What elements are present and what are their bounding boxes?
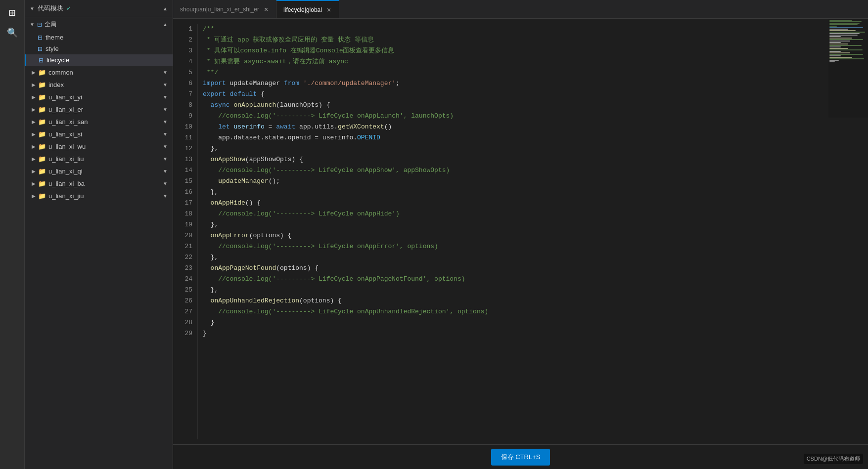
line-number: 26 xyxy=(178,296,192,306)
index-toggle-icon: ▼ xyxy=(163,82,168,87)
u-er-toggle-icon: ▼ xyxy=(163,107,168,112)
tab-label-shouquan: shouquan|u_lian_xi_er_shi_er xyxy=(180,6,259,13)
code-line: //console.log('---------> LifeCycle onAp… xyxy=(203,165,858,176)
u-si-toggle-icon: ▼ xyxy=(163,131,168,137)
code-token xyxy=(203,297,211,304)
code-line: * 具体可以console.info 在编辑器Console面板查看更多信息 xyxy=(203,45,858,56)
code-token xyxy=(203,123,218,130)
code-line: app.dataset.state.openid = userinfo.OPEN… xyxy=(203,132,858,143)
file-item-lifecycle[interactable]: ⊟ lifecycle xyxy=(25,54,173,66)
code-token: (options) { xyxy=(276,264,319,272)
u-liu-chevron-icon: ▶ xyxy=(32,156,36,162)
line-number: 12 xyxy=(178,143,192,154)
line-number: 24 xyxy=(178,274,192,285)
folder-item-u-lian-xi-yi[interactable]: ▶ 📁 u_lian_xi_yi ▼ xyxy=(25,91,173,103)
u-qi-chevron-icon: ▶ xyxy=(32,169,36,174)
code-token: } xyxy=(203,330,207,337)
folder-item-common[interactable]: ▶ 📁 common + ▼ xyxy=(25,66,173,79)
code-lines[interactable]: /** * 可通过 app 获取或修改全局应用的 变量 状态 等信息 * 具体可… xyxy=(203,24,868,439)
file-label-theme: theme xyxy=(46,34,63,41)
files-icon-btn[interactable]: ⊞ xyxy=(3,4,21,22)
line-number: 19 xyxy=(178,219,192,230)
folder-item-u-lian-xi-wu[interactable]: ▶ 📁 u_lian_xi_wu ▼ xyxy=(25,140,173,153)
code-token: } xyxy=(203,319,214,326)
code-token: }, xyxy=(203,254,218,261)
search-icon-btn[interactable]: 🔍 xyxy=(3,24,21,42)
line-number: 25 xyxy=(178,285,192,296)
file-item-theme[interactable]: ⊟ theme xyxy=(25,32,173,43)
watermark: CSDN@低代码布道师 xyxy=(804,454,863,464)
u-liu-toggle-icon: ▼ xyxy=(163,156,168,162)
folder-label-u-san: u_lian_xi_san xyxy=(48,118,88,126)
editor-scroll[interactable]: 1234567891011121314151617181920212223242… xyxy=(173,19,868,444)
code-line: }, xyxy=(203,285,858,296)
folder-item-u-lian-xi-san[interactable]: ▶ 📁 u_lian_xi_san ▼ xyxy=(25,116,173,128)
save-button[interactable]: 保存 CTRL+S xyxy=(491,449,550,466)
file-item-style[interactable]: ⊟ style xyxy=(25,43,173,54)
folder-label-u-qi: u_lian_xi_qi xyxy=(48,168,83,175)
code-token xyxy=(203,177,218,185)
folder-item-u-lian-xi-ba[interactable]: ▶ 📁 u_lian_xi_ba ▼ xyxy=(25,177,173,190)
folder-label-u-yi: u_lian_xi_yi xyxy=(48,93,82,101)
code-line: onAppShow(appShowOpts) { xyxy=(203,154,858,165)
u-wu-toggle-icon: ▼ xyxy=(163,144,168,149)
code-token: userinfo xyxy=(233,123,268,130)
line-number: 4 xyxy=(178,56,192,67)
code-token: (); xyxy=(269,177,280,185)
code-line: export default { xyxy=(203,89,858,100)
folder-icon-u-qi: 📁 xyxy=(38,168,46,175)
code-token: * 可通过 app 获取或修改全局应用的 变量 状态 等信息 xyxy=(203,36,374,43)
tab-close-lifecycle[interactable]: × xyxy=(326,5,332,14)
folder-item-u-lian-xi-si[interactable]: ▶ 📁 u_lian_xi_si ▼ xyxy=(25,128,173,140)
folder-label-u-liu: u_lian_xi_liu xyxy=(48,155,84,163)
code-token: **/ xyxy=(203,69,218,76)
code-line: onAppHide() { xyxy=(203,198,858,209)
folder-item-u-lian-xi-er[interactable]: ▶ 📁 u_lian_xi_er ▼ xyxy=(25,103,173,116)
sidebar-title: 代码模块 xyxy=(38,4,63,13)
code-line: }, xyxy=(203,252,858,263)
global-toggle-icon: ▲ xyxy=(163,22,168,27)
folder-item-u-lian-xi-qi[interactable]: ▶ 📁 u_lian_xi_qi ▼ xyxy=(25,165,173,177)
code-token xyxy=(203,264,211,272)
folder-item-index[interactable]: ▶ 📁 index ▼ xyxy=(25,79,173,91)
sidebar-expand-icon[interactable]: ▲ xyxy=(163,6,168,11)
code-token: //console.log('---------> LifeCycle onAp… xyxy=(203,112,454,120)
code-token xyxy=(203,232,211,239)
folder-label-index: index xyxy=(48,81,64,88)
code-token: { xyxy=(261,90,265,98)
code-line: }, xyxy=(203,219,858,230)
folder-label-u-ba: u_lian_xi_ba xyxy=(48,180,85,187)
code-token: //console.log('---------> LifeCycle onAp… xyxy=(203,243,438,250)
code-token: }, xyxy=(203,221,218,228)
tab-close-shouquan[interactable]: × xyxy=(263,5,269,14)
code-line: //console.log('---------> LifeCycle onAp… xyxy=(203,209,858,219)
folder-icon-u-er: 📁 xyxy=(38,106,46,113)
sidebar-collapse-icon: ▼ xyxy=(30,6,35,11)
code-line: } xyxy=(203,328,858,339)
line-number: 14 xyxy=(178,165,192,176)
verified-icon: ✓ xyxy=(66,5,71,12)
u-san-toggle-icon: ▼ xyxy=(163,119,168,125)
code-token: (options) { xyxy=(249,232,292,239)
code-token: onAppHide xyxy=(211,199,245,207)
minimap xyxy=(828,19,868,118)
line-number: 13 xyxy=(178,154,192,165)
folder-item-u-lian-xi-liu[interactable]: ▶ 📁 u_lian_xi_liu ▼ xyxy=(25,153,173,165)
tab-lifecycle[interactable]: lifecycle|global × xyxy=(276,0,339,18)
folder-item-u-lian-xi-jiu[interactable]: ▶ 📁 u_lian_xi_jiu ▼ xyxy=(25,190,173,202)
code-line: //console.log('---------> LifeCycle onAp… xyxy=(203,111,858,122)
folder-icon-index: 📁 xyxy=(38,81,46,88)
u-qi-toggle-icon: ▼ xyxy=(163,169,168,174)
section-global[interactable]: ▼ ⊟ 全局 ▲ xyxy=(25,17,173,32)
tab-shouquan[interactable]: shouquan|u_lian_xi_er_shi_er × xyxy=(173,0,276,18)
line-number: 15 xyxy=(178,176,192,187)
code-token: (options) { xyxy=(299,297,342,304)
code-token: onAppPageNotFound xyxy=(211,264,276,272)
code-token xyxy=(203,101,211,109)
code-line: /** xyxy=(203,24,858,35)
code-line: onAppPageNotFound(options) { xyxy=(203,263,858,274)
line-number: 7 xyxy=(178,89,192,100)
tab-bar: shouquan|u_lian_xi_er_shi_er × lifecycle… xyxy=(173,0,868,19)
folder-label-u-er: u_lian_xi_er xyxy=(48,106,83,113)
folder-label-u-wu: u_lian_xi_wu xyxy=(48,143,86,150)
